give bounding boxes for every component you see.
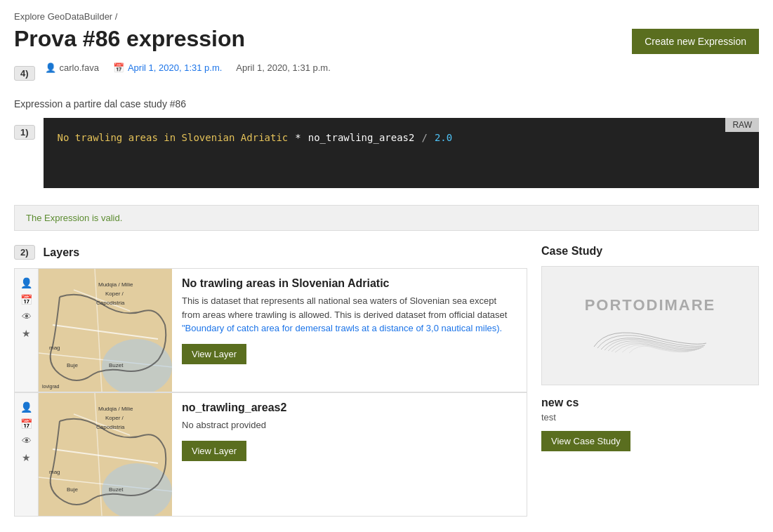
svg-text:Buje: Buje: [67, 486, 79, 493]
case-study-info: new cs test View Case Study: [541, 397, 759, 451]
user-icon-layer1: 👤: [20, 277, 32, 288]
code-part1: No trawling areas in Slovenian Adriatic: [58, 132, 289, 143]
layer-1-map-svg: Mudqia / Milie Koper / Capodistria mag B…: [39, 269, 172, 392]
layer-1-map: Mudqia / Milie Koper / Capodistria mag B…: [39, 269, 172, 392]
create-expression-button[interactable]: Create new Expression: [632, 29, 759, 54]
svg-text:Buje: Buje: [67, 362, 79, 368]
code-sep2: /: [421, 132, 427, 143]
layer-1-icons: 👤 📅 👁 ★: [15, 269, 39, 392]
case-study-heading: Case Study: [541, 245, 602, 258]
date1-meta: 📅 April 1, 2020, 1:31 p.m.: [113, 62, 222, 73]
calendar-icon-layer2: 📅: [20, 418, 32, 430]
svg-text:lovigrad: lovigrad: [42, 384, 60, 390]
svg-text:Koper /: Koper /: [105, 415, 124, 421]
logo-text: PORTODIMARE: [585, 296, 716, 314]
calendar-icon: 📅: [113, 62, 124, 73]
code-block: RAW No trawling areas in Slovenian Adria…: [44, 118, 759, 188]
page-title: Prova #86 expression: [14, 26, 245, 52]
svg-text:Buzet: Buzet: [109, 362, 124, 368]
date2-meta: April 1, 2020, 1:31 p.m.: [236, 62, 330, 73]
layers-label-num: 2): [14, 245, 35, 260]
view-layer-2-button[interactable]: View Layer: [182, 441, 246, 461]
code-sep1: *: [295, 132, 300, 143]
svg-text:Mudqia / Milie: Mudqia / Milie: [98, 281, 133, 288]
user-icon: 👤: [45, 62, 56, 73]
view-layer-1-button[interactable]: View Layer: [182, 344, 246, 364]
logo-decoration-svg: [587, 319, 713, 354]
layer-2-map: Mudqia / Milie Koper / Capodistria mag B…: [39, 393, 172, 516]
code-content: No trawling areas in Slovenian Adriatic …: [58, 132, 745, 143]
layer-1-description: This is dataset that represents all nati…: [182, 294, 517, 335]
layers-heading: Layers: [44, 246, 80, 259]
layer-2-description: No abstract provided: [182, 418, 517, 432]
layer-1-info: No trawling areas in Slovenian Adriatic …: [172, 269, 527, 392]
eye-icon-layer1: 👁: [22, 311, 32, 322]
code-part2: no_trawling_areas2: [308, 132, 415, 143]
star-icon-layer1: ★: [22, 328, 31, 339]
view-case-study-button[interactable]: View Case Study: [541, 431, 630, 451]
svg-text:Buzet: Buzet: [109, 486, 124, 493]
user-icon-layer2: 👤: [20, 401, 32, 413]
case-study-column: Case Study PORTODIMARE: [541, 245, 759, 517]
meta-label-num: 4): [14, 66, 35, 81]
svg-text:Capodistria: Capodistria: [96, 300, 125, 306]
svg-text:Capodistria: Capodistria: [96, 424, 125, 430]
raw-button[interactable]: RAW: [725, 118, 759, 132]
layers-column: 2) Layers 👤 📅 👁 ★: [14, 245, 527, 517]
code-label-num: 1): [14, 125, 35, 140]
svg-text:mag: mag: [49, 469, 60, 475]
layer-2-map-svg: Mudqia / Milie Koper / Capodistria mag B…: [39, 393, 172, 516]
svg-text:Koper /: Koper /: [105, 291, 124, 297]
layer-card-1: 👤 📅 👁 ★: [14, 268, 527, 392]
case-study-logo: PORTODIMARE: [585, 296, 716, 356]
svg-text:mag: mag: [49, 345, 60, 351]
case-study-name: new cs: [541, 397, 759, 409]
case-study-description: test: [541, 412, 759, 423]
svg-text:Mudqia / Milie: Mudqia / Milie: [98, 406, 133, 412]
eye-icon-layer2: 👁: [22, 435, 32, 446]
layer-2-info: no_trawling_areas2 No abstract provided …: [172, 393, 527, 516]
layer-2-icons: 👤 📅 👁 ★: [15, 393, 39, 516]
calendar-icon-layer1: 📅: [20, 294, 32, 305]
user-meta: 👤 carlo.fava: [45, 62, 99, 73]
layer-1-title: No trawling areas in Slovenian Adriatic: [182, 277, 517, 290]
code-part3: 2.0: [435, 132, 452, 143]
breadcrumb: Explore GeoDataBuilder /: [14, 11, 759, 22]
layer-2-title: no_trawling_areas2: [182, 401, 517, 414]
case-study-logo-card: PORTODIMARE: [541, 266, 759, 385]
star-icon-layer2: ★: [22, 452, 31, 463]
layer-card-2: 👤 📅 👁 ★ Mudqia / Milie: [14, 392, 527, 517]
valid-message: The Expression is valid.: [14, 205, 759, 231]
expression-description: Expression a partire dal case study #86: [14, 98, 759, 109]
meta-info: 👤 carlo.fava 📅 April 1, 2020, 1:31 p.m. …: [45, 62, 331, 73]
